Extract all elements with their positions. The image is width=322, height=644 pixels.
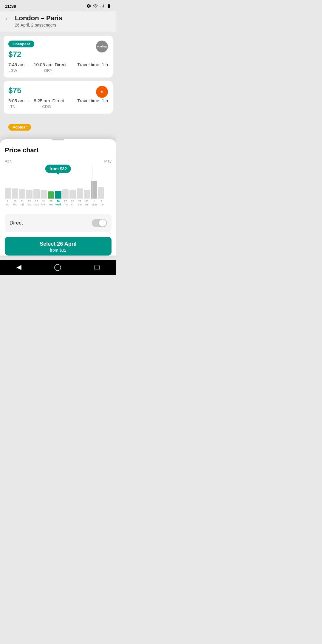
day-label-14 [106,200,112,206]
popular-badge: Popular [8,124,31,131]
direct-label: Direct [10,220,23,226]
arrive-time-2: 8:25 am [34,98,50,103]
price-chart-title: Price chart [0,146,116,154]
bar-col-6 [48,178,54,199]
battery-icon [106,4,112,8]
day-label-9: 28 Fri [69,200,75,206]
bar-col-8 [62,178,69,199]
home-nav-icon[interactable]: ◯ [54,263,61,271]
partial-card: Popular [4,117,113,132]
trip-subtitle: 26 April, 2 passengers [15,23,62,27]
airline-name-2: e [101,89,103,95]
chart-bars [0,178,116,199]
bar-col-13 [98,178,104,199]
bar-col-5 [41,178,47,199]
bar-col-3 [26,178,32,199]
nav-bar: ◀ ◯ ▢ [0,260,116,275]
bar-col-7 [55,178,61,199]
cheapest-badge: Cheapest [8,41,34,47]
back-nav-icon[interactable]: ◀ [16,263,21,271]
background-content: vueling Cheapest $72 7:45 am — 10:05 am … [0,32,116,136]
flight-details-1: 7:45 am — 10:05 am Direct Travel time: 1… [8,62,108,67]
bar-col-9 [69,178,76,199]
month-left: April [5,159,13,163]
bar-col-4 [33,178,40,199]
bar-col-14 [105,178,112,199]
flight-card-1[interactable]: vueling Cheapest $72 7:45 am — 10:05 am … [4,36,113,78]
bottom-sheet: Price chart April May from $32 9 ed20 Th… [0,139,116,256]
day-label-5: 24 Mon [41,200,47,206]
day-label-3: 22 Sat [26,200,32,206]
bar-col-1 [12,178,18,199]
flight-price-2: $75 [8,86,108,95]
price-chart[interactable]: April May from $32 9 ed20 Thu21 Fri22 Sa… [0,159,116,209]
bar-col-12 [91,178,97,199]
day-label-1: 20 Thu [12,200,18,206]
airline-logo-2: e [96,86,108,98]
back-button[interactable]: ← [5,15,11,23]
day-label-13: 2 Tue [98,200,104,206]
day-label-2: 21 Fri [19,200,25,206]
signal-icon [100,4,104,8]
month-divider [92,165,92,199]
travel-time-2: Travel time: 1 h [77,98,108,103]
travel-time-1: Travel time: 1 h [77,62,108,67]
month-labels: April May [0,159,116,163]
status-bar: 11:39 [0,0,116,11]
day-label-10: 29 Sat [77,200,83,206]
bar-col-0 [5,178,11,199]
route-title: London – Paris [15,14,62,22]
arr-airport-1: ORY [44,68,52,73]
bar-col-10 [77,178,83,199]
bar-col-2 [19,178,25,199]
settings-icon [86,4,91,8]
day-label-4: 23 Sun [34,200,40,206]
depart-time-1: 7:45 am [8,62,24,67]
flight-type-1: Direct [55,62,66,67]
month-right: May [104,159,112,163]
airports-1: LGW ORY [8,68,108,73]
status-time: 11:39 [5,4,16,9]
select-button-main: Select 26 April [10,241,107,247]
direct-toggle-row: Direct [5,214,112,232]
flight-price-1: $72 [8,50,108,59]
arrive-time-1: 10:05 am [34,62,52,67]
depart-time-2: 6:05 am [8,98,24,103]
arr-airport-2: CDG [42,104,51,109]
airports-2: LTN CDG [8,104,108,109]
day-label-8: 27 Thu [62,200,68,206]
flight-details-2: 6:05 am — 8:25 am Direct Travel time: 1 … [8,98,108,103]
status-icons [86,4,112,8]
select-date-button[interactable]: Select 26 April from $32 [5,237,112,256]
flight-type-2: Direct [52,98,64,103]
flight-card-2[interactable]: e $75 6:05 am — 8:25 am Direct Travel ti… [4,81,113,114]
day-labels: 9 ed20 Thu21 Fri22 Sat23 Sun24 Mon25 Tue… [0,199,116,206]
select-button-sub: from $32 [10,248,107,253]
day-label-0: 9 ed [5,200,11,206]
dep-airport-1: LGW [8,68,17,73]
header-text: London – Paris 26 April, 2 passengers [15,14,62,27]
bar-col-11 [84,178,90,199]
wifi-icon [93,4,98,8]
sheet-handle [52,139,64,140]
airline-logo-1: vueling [96,41,108,52]
header: ← London – Paris 26 April, 2 passengers [0,11,116,32]
day-label-12: 1 Mon [91,200,97,206]
day-label-6: 25 Tue [48,200,54,206]
day-label-7: 26 Wed [55,200,61,206]
day-label-11: 30 Sun [84,200,90,206]
airline-name-1: vueling [97,45,107,48]
dash-2: — [27,98,31,103]
direct-toggle[interactable] [92,219,107,227]
dash-1: — [27,62,31,67]
dep-airport-2: LTN [8,104,16,109]
price-tooltip: from $32 [45,165,71,173]
recents-nav-icon[interactable]: ▢ [94,263,100,271]
